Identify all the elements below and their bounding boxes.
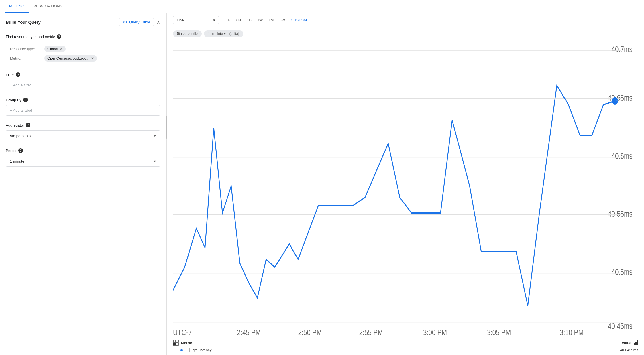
resource-type-chip[interactable]: Global ✕: [44, 46, 66, 52]
metric-chip-close[interactable]: ✕: [91, 56, 94, 60]
build-query-title: Build Your Query: [6, 20, 41, 25]
legend-metric-name: gfe_latency: [193, 348, 617, 352]
bar3: [637, 340, 638, 345]
query-header: Build Your Query <> Query Editor ∧: [0, 13, 166, 31]
chart-type-dropdown-icon: ▾: [213, 18, 215, 22]
find-resource-section: Find resource type and metric ? Resource…: [0, 31, 166, 69]
y-label-2: 40.6ms: [611, 151, 632, 161]
chart-line: [173, 86, 615, 306]
time-btn-1d[interactable]: 1D: [247, 18, 252, 22]
legend-header: Metric Value: [173, 340, 638, 346]
x-label-300: 3:00 PM: [423, 327, 447, 337]
group-by-label: Group By ?: [6, 98, 160, 102]
chip-interval[interactable]: 1 min interval (delta): [204, 30, 243, 37]
period-section: Period ? 1 minute ▾: [0, 145, 166, 170]
group-by-section: Group By ? + Add a label: [0, 94, 166, 119]
find-resource-help-icon[interactable]: ?: [57, 34, 61, 39]
y-label-1: 40.65ms: [608, 93, 633, 103]
time-range-buttons: 1H 6H 1D 1W 1M 6W CUSTOM: [226, 18, 307, 22]
period-dropdown-icon: ▾: [154, 159, 156, 163]
y-label-3: 40.55ms: [608, 209, 633, 219]
time-btn-1w[interactable]: 1W: [257, 18, 263, 22]
left-panel: Build Your Query <> Query Editor ∧ Find …: [0, 13, 166, 355]
legend-row: gfe_latency 40.6429ms: [173, 348, 638, 352]
resource-type-chip-label: Global: [47, 47, 58, 51]
metric-chip[interactable]: OpenCensus/cloud.goo... ✕: [44, 55, 97, 62]
chart-type-select[interactable]: Line ▾: [173, 16, 219, 24]
svg-rect-10: [176, 343, 178, 345]
line-chart: 40.7ms 40.65ms 40.6ms 40.55ms 40.5ms 40.…: [173, 43, 638, 337]
collapse-button[interactable]: ∧: [157, 19, 160, 25]
legend-metric-value: 40.6429ms: [620, 348, 638, 352]
time-btn-6w[interactable]: 6W: [279, 18, 285, 22]
resource-type-label: Resource type:: [10, 47, 42, 51]
legend-line-dot: [173, 349, 183, 351]
time-btn-1m[interactable]: 1M: [268, 18, 274, 22]
svg-rect-7: [173, 340, 176, 342]
chart-toolbar: Line ▾ 1H 6H 1D 1W 1M 6W CUSTOM: [167, 13, 644, 27]
x-label-utc: UTC-7: [173, 327, 192, 337]
find-resource-label: Find resource type and metric ?: [6, 34, 160, 39]
aggregator-section: Aggregator ? 5th percentile ▾: [0, 119, 166, 145]
query-editor-label: Query Editor: [129, 20, 150, 24]
x-label-305: 3:05 PM: [487, 327, 511, 337]
chart-type-label: Line: [177, 18, 184, 22]
period-value: 1 minute: [10, 159, 24, 163]
time-btn-custom[interactable]: CUSTOM: [291, 18, 307, 22]
metric-chip-label: OpenCensus/cloud.goo...: [47, 56, 89, 60]
svg-rect-9: [173, 343, 176, 345]
time-btn-1h[interactable]: 1H: [226, 18, 231, 22]
chart-area: 40.7ms 40.65ms 40.6ms 40.55ms 40.5ms 40.…: [167, 40, 644, 337]
aggregator-dropdown-icon: ▾: [154, 133, 156, 138]
main-content: Build Your Query <> Query Editor ∧ Find …: [0, 13, 644, 355]
aggregator-value: 5th percentile: [10, 134, 32, 138]
time-btn-6h[interactable]: 6H: [236, 18, 241, 22]
x-label-310: 3:10 PM: [560, 327, 584, 337]
x-label-245: 2:45 PM: [237, 327, 261, 337]
bar2: [635, 342, 637, 345]
legend-line-segment: [173, 350, 180, 350]
legend-value-col-label: Value: [622, 340, 638, 345]
legend-grid-icon: [173, 340, 179, 346]
legend-bars-icon: [634, 340, 638, 345]
svg-rect-8: [176, 340, 178, 342]
filter-section: Filter ? + Add a filter: [0, 69, 166, 94]
right-panel: Line ▾ 1H 6H 1D 1W 1M 6W CUSTOM 5th perc…: [167, 13, 644, 355]
metric-label: Metric:: [10, 56, 42, 60]
legend-checkbox[interactable]: [186, 348, 190, 352]
group-by-help-icon[interactable]: ?: [23, 98, 28, 102]
aggregator-select[interactable]: 5th percentile ▾: [6, 130, 160, 141]
filter-help-icon[interactable]: ?: [16, 72, 20, 77]
chart-filter-chips: 5th percentile 1 min interval (delta): [167, 27, 644, 40]
period-label: Period ?: [6, 148, 160, 153]
x-label-250: 2:50 PM: [298, 327, 322, 337]
query-editor-button[interactable]: <> Query Editor: [119, 18, 154, 26]
resource-type-row: Resource type: Global ✕: [10, 46, 156, 52]
legend-title: Metric: [173, 340, 192, 346]
aggregator-help-icon[interactable]: ?: [26, 123, 30, 127]
aggregator-label: Aggregator ?: [6, 123, 160, 127]
resource-type-chip-close[interactable]: ✕: [60, 47, 63, 51]
period-help-icon[interactable]: ?: [18, 148, 23, 153]
resource-box: Resource type: Global ✕ Metric: OpenCens…: [6, 42, 160, 65]
chip-5th-percentile[interactable]: 5th percentile: [173, 30, 202, 37]
x-label-255: 2:55 PM: [359, 327, 383, 337]
filter-input[interactable]: + Add a filter: [6, 80, 160, 90]
legend-dot: [180, 349, 183, 351]
y-label-4: 40.5ms: [611, 267, 632, 277]
group-by-input[interactable]: + Add a label: [6, 105, 160, 116]
filter-label: Filter ?: [6, 72, 160, 77]
top-tab-bar: METRIC VIEW OPTIONS: [0, 0, 644, 13]
period-select[interactable]: 1 minute ▾: [6, 156, 160, 167]
y-label-max: 40.7ms: [611, 44, 632, 54]
metric-row: Metric: OpenCensus/cloud.goo... ✕: [10, 55, 156, 62]
code-icon: <>: [123, 20, 127, 24]
legend-section: Metric Value gfe_latency: [167, 337, 644, 355]
tab-view-options[interactable]: VIEW OPTIONS: [29, 0, 67, 13]
tab-metric[interactable]: METRIC: [5, 0, 29, 13]
legend-metric-col-label: Metric: [181, 341, 192, 345]
bar1: [634, 343, 635, 345]
